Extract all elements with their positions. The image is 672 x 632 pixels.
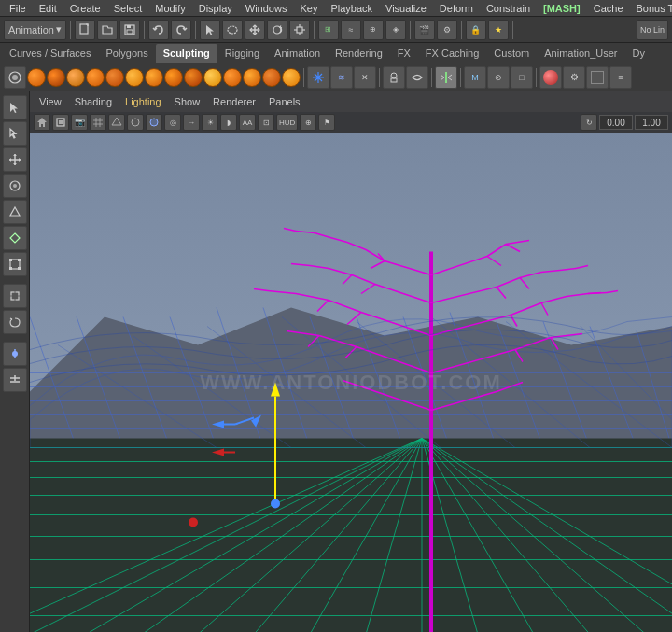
mash-menu[interactable]: [MASH]	[538, 2, 586, 15]
renderer-menu-vp[interactable]: Renderer	[207, 94, 261, 109]
display-menu[interactable]: Display	[193, 2, 238, 15]
scale-btn[interactable]	[289, 20, 310, 40]
sculpt-knife-btn[interactable]	[223, 68, 242, 87]
tab-sculpting[interactable]: Sculpting	[156, 44, 217, 63]
symmetry-btn[interactable]	[435, 66, 457, 89]
lasso-btn[interactable]	[222, 20, 243, 40]
key-menu[interactable]: Key	[294, 2, 323, 15]
snap-surface-btn[interactable]: ◈	[385, 20, 406, 40]
vp-shadows-btn[interactable]: ◗	[220, 114, 237, 131]
sculpt-bump-btn[interactable]	[262, 68, 281, 87]
deform-menu[interactable]: Deform	[434, 2, 479, 15]
vp-aa-btn[interactable]: AA	[239, 114, 256, 131]
vp-msaa-btn[interactable]: ⊡	[258, 114, 274, 131]
add-joint-btn[interactable]	[3, 342, 27, 366]
bonus-tools-menu[interactable]: Bonus Tools	[631, 2, 672, 15]
tab-curves-surfaces[interactable]: Curves / Surfaces	[2, 44, 98, 63]
move-tool-btn[interactable]	[3, 147, 27, 172]
mask-btn[interactable]: M	[464, 66, 486, 89]
tab-fx-caching[interactable]: FX Caching	[418, 44, 486, 63]
panels-menu-vp[interactable]: Panels	[263, 94, 306, 109]
arrow-tool-btn[interactable]	[3, 95, 27, 119]
sculpt-tool-1[interactable]	[4, 66, 26, 89]
view-menu-vp[interactable]: View	[34, 94, 67, 109]
shading-menu-vp[interactable]: Shading	[69, 94, 118, 109]
render-settings-btn[interactable]: ⚙	[437, 20, 457, 40]
vp-xray-btn[interactable]	[146, 114, 162, 131]
sculpt-smear-btn[interactable]	[164, 68, 183, 87]
windows-menu[interactable]: Windows	[240, 2, 293, 15]
vp-frame-all-btn[interactable]	[52, 114, 69, 131]
vp-smooth-btn[interactable]	[127, 114, 144, 131]
playback-menu[interactable]: Playback	[325, 2, 378, 15]
relax2-btn[interactable]	[406, 66, 428, 89]
render-btn[interactable]: 🎬	[414, 20, 435, 40]
freeze-btn[interactable]	[307, 66, 329, 89]
vp-grid-btn[interactable]	[90, 114, 106, 131]
edit-menu[interactable]: Edit	[34, 2, 63, 15]
diamond-tool-btn[interactable]	[3, 226, 27, 250]
sculpt-flatten-btn[interactable]	[86, 68, 105, 87]
erase-btn[interactable]: ✕	[354, 66, 376, 89]
vp-2d-pan-btn[interactable]: ⊕	[300, 114, 316, 131]
lighting-menu-vp[interactable]: Lighting	[119, 94, 167, 109]
vp-lighting-toggle-btn[interactable]: ☀	[202, 114, 218, 131]
sculpt-grab-btn[interactable]	[47, 68, 65, 87]
vp-select-camera-btn[interactable]: 📷	[71, 114, 88, 131]
file-menu[interactable]: File	[4, 2, 32, 15]
extra-btn[interactable]: ≡	[609, 66, 632, 89]
sculpt-inflate-btn[interactable]	[125, 68, 144, 87]
show-menu-vp[interactable]: Show	[169, 94, 206, 109]
tab-rendering[interactable]: Rendering	[328, 44, 390, 63]
vp-value1-input[interactable]	[599, 115, 633, 130]
vp-isolate-btn[interactable]: ◎	[164, 114, 181, 131]
vp-home-btn[interactable]	[34, 114, 50, 131]
component-select-btn[interactable]	[3, 284, 27, 308]
tab-fx[interactable]: FX	[390, 44, 418, 63]
select-menu[interactable]: Select	[108, 2, 148, 15]
cache-menu[interactable]: Cache	[588, 2, 629, 15]
tab-polygons[interactable]: Polygons	[98, 44, 155, 63]
plus-minus-btn[interactable]	[3, 368, 27, 392]
display-mode-btn[interactable]: □	[511, 66, 533, 89]
sculpt-relax-btn[interactable]	[27, 68, 46, 87]
snap-grid-btn[interactable]: ⊞	[318, 20, 339, 40]
vp-bookmark-btn[interactable]: ⚑	[318, 114, 335, 131]
sculpt-twist-btn[interactable]	[145, 68, 163, 87]
cursor-btn[interactable]	[3, 121, 27, 146]
vp-refresh-btn[interactable]: ↻	[581, 114, 597, 131]
flood-btn[interactable]: ≋	[330, 66, 353, 89]
undo-btn[interactable]	[148, 20, 169, 40]
transform-btn[interactable]	[3, 252, 27, 276]
move-btn[interactable]	[245, 20, 265, 40]
stamp-btn[interactable]	[383, 66, 405, 89]
mode-dropdown[interactable]: Animation ▾	[4, 20, 66, 40]
modify-menu[interactable]: Modify	[149, 2, 190, 15]
select-tool-btn[interactable]	[200, 20, 220, 40]
tab-rigging[interactable]: Rigging	[217, 44, 267, 63]
open-btn[interactable]	[97, 20, 118, 40]
redo-btn[interactable]	[171, 20, 191, 40]
polygon-tool-btn[interactable]	[3, 200, 27, 224]
snap-point-btn[interactable]: ⊕	[363, 20, 384, 40]
tab-animation-user[interactable]: Animation_User	[537, 44, 624, 63]
snap-curve-btn[interactable]: ≈	[341, 20, 361, 40]
brush-size-btn[interactable]	[3, 174, 27, 198]
sculpt-smooth-btn[interactable]	[66, 68, 85, 87]
square-btn[interactable]	[586, 66, 609, 89]
vp-hud-btn[interactable]: HUD	[276, 114, 298, 131]
sculpt-pucker-btn[interactable]	[243, 68, 261, 87]
lock-btn[interactable]: 🔒	[466, 20, 486, 40]
new-scene-btn[interactable]	[75, 20, 95, 40]
color-sphere-btn[interactable]	[539, 66, 562, 89]
tab-dy[interactable]: Dy	[625, 44, 652, 63]
create-menu[interactable]: Create	[64, 2, 106, 15]
visualize-menu[interactable]: Visualize	[380, 2, 432, 15]
sculpt-amplify-btn[interactable]	[282, 68, 301, 87]
tab-custom[interactable]: Custom	[486, 44, 537, 63]
vp-value2-input[interactable]	[635, 115, 668, 130]
sculpt-clone-btn[interactable]	[184, 68, 203, 87]
tab-animation[interactable]: Animation	[267, 44, 328, 63]
rotate-btn[interactable]	[267, 20, 287, 40]
sculpt-fill-btn[interactable]	[203, 68, 222, 87]
